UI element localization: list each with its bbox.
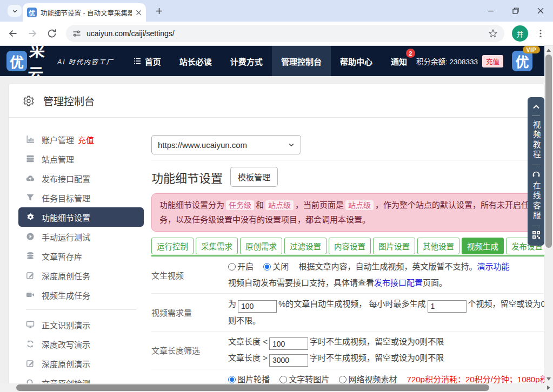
chevron-down-icon: [12, 8, 18, 14]
video-camera-icon: [26, 290, 35, 299]
horizontal-scroll-thumb[interactable]: [16, 384, 489, 391]
radio-on[interactable]: 开启: [228, 262, 254, 271]
nav-item-home[interactable]: 首页: [124, 46, 170, 76]
site-selector[interactable]: https://www.ucaiyun.com: [151, 135, 301, 154]
sidebar-item-deep-original-demo[interactable]: 深度原创演示: [18, 354, 144, 373]
sidebar: 账户管理 充值 站点管理 发布接口配置 任务目标管理 功能细节设置: [18, 130, 144, 383]
horizontal-scrollbar[interactable]: [0, 383, 544, 392]
site-logo[interactable]: 优: [6, 51, 27, 71]
radio-off-circle[interactable]: [263, 263, 271, 271]
tab-video-generation[interactable]: 视频生成: [462, 238, 504, 254]
gears-icon: [26, 213, 35, 221]
radio-text-to-image[interactable]: 文字转图片: [279, 375, 329, 383]
tab-original-demand[interactable]: 原创需求: [240, 238, 282, 254]
favicon: 优: [27, 8, 37, 17]
scroll-right-arrow[interactable]: [544, 383, 553, 392]
list-icon: [133, 57, 142, 65]
content-divider: [151, 160, 544, 160]
sidebar-item-article-buffer[interactable]: 文章暂存库: [18, 246, 144, 266]
radio-image-carousel[interactable]: 图片轮播: [228, 375, 270, 383]
nav-menu: 首页 站长必读 计费方式 管理控制台 帮助中心 通知 2: [124, 46, 416, 76]
refresh-icon: [26, 340, 35, 348]
edit-icon: [26, 359, 35, 368]
tab-collect-demand[interactable]: 采集需求: [196, 238, 238, 254]
demo-feature-link[interactable]: 演示功能: [477, 262, 509, 271]
radio-web-video-material-circle[interactable]: [339, 376, 347, 383]
form-row-text-to-video: 文生视频 开启 关闭 根据文章内容，自动生成视频，英文版暂不支持。演示功能 视频…: [151, 256, 544, 294]
sidebar-item-account[interactable]: 账户管理 充值: [18, 130, 144, 149]
online-service-button[interactable]: 在线客服: [532, 181, 540, 221]
browser-tab[interactable]: 优 功能细节设置 - 自动文章采集器: [23, 3, 146, 22]
new-tab-button[interactable]: [154, 5, 164, 16]
sidebar-item-deep-rewrite-demo[interactable]: 深度改写演示: [18, 334, 144, 354]
video-percent-input[interactable]: [238, 300, 277, 313]
chevron-down-icon: [288, 141, 295, 148]
browser-menu-icon[interactable]: [536, 29, 545, 38]
recharge-button[interactable]: 充值: [482, 55, 503, 67]
sidebar-recharge-link[interactable]: 充值: [78, 134, 94, 145]
card-header: 管理控制台: [9, 84, 544, 118]
nav-item-help[interactable]: 帮助中心: [331, 46, 382, 76]
radio-off[interactable]: 关闭: [263, 262, 289, 271]
user-avatar-wrap: 优 VIP: [512, 51, 532, 71]
site-slogan: AI 时代内容工厂: [57, 57, 114, 66]
radio-web-video-material[interactable]: 网络视频素材: [339, 375, 397, 383]
sidebar-item-originality-check[interactable]: 文章原创检测: [18, 373, 144, 383]
radio-on-circle[interactable]: [228, 263, 236, 271]
sidebar-item-content-recognition-demo[interactable]: 正文识别演示: [18, 315, 144, 334]
tab-close-icon[interactable]: [136, 10, 142, 16]
scroll-down-arrow[interactable]: [544, 375, 553, 383]
bookmark-star-icon[interactable]: [488, 29, 498, 38]
sidebar-item-sites[interactable]: 站点管理: [18, 149, 144, 168]
sidebar-item-manual-test[interactable]: 手动运行测试: [18, 227, 144, 246]
publish-api-link[interactable]: 发布接口配置: [374, 278, 423, 287]
nav-right: 积分余额: 2308333 充值 优 VIP: [416, 51, 544, 71]
reload-icon[interactable]: [46, 28, 57, 39]
sidebar-item-video-gen-task[interactable]: 视频生成任务: [18, 285, 144, 305]
min-length-input[interactable]: [269, 337, 308, 350]
radio-image-carousel-circle[interactable]: [228, 376, 236, 383]
videos-per-hour-input[interactable]: [428, 300, 467, 313]
tab-image-settings[interactable]: 图片设置: [373, 238, 415, 254]
form-row-video-material: 图片轮播 文字转图片 网络视频素材 720p积分消耗：20积分/分钟；1080p…: [151, 369, 544, 383]
scroll-up-arrow[interactable]: [544, 46, 553, 55]
restore-icon: [512, 8, 519, 14]
sidebar-item-publish-api[interactable]: 发布接口配置: [18, 168, 144, 188]
back-icon[interactable]: [8, 28, 18, 39]
close-button[interactable]: [528, 0, 553, 22]
tab-other-settings[interactable]: 其他设置: [417, 238, 459, 254]
tab-content-settings[interactable]: 内容设置: [329, 238, 371, 254]
nav-item-notifications[interactable]: 通知 2: [382, 46, 416, 76]
sidebar-item-deep-original-task[interactable]: 深度原创任务: [18, 266, 144, 285]
qr-code-icon[interactable]: [532, 231, 541, 239]
settings-heading: 功能细节设置: [151, 168, 223, 186]
vertical-scrollbar[interactable]: [544, 46, 553, 383]
sidebar-item-feature-settings[interactable]: 功能细节设置: [18, 207, 144, 227]
address-bar[interactable]: ucaiyun.com/caiji/settings/: [66, 25, 504, 42]
radio-text-to-image-circle[interactable]: [279, 376, 287, 383]
chevron-up-icon[interactable]: [532, 103, 541, 111]
tab-filter-settings[interactable]: 过滤设置: [284, 238, 327, 254]
sidebar-item-task-targets[interactable]: 任务目标管理: [18, 188, 144, 207]
tab-search-button[interactable]: [8, 5, 22, 17]
template-manage-button[interactable]: 模板管理: [230, 167, 278, 187]
form-row-video-demand: 视频需求量 为%的文章自动生成视频， 每小时最多生成个视频，留空或设为0 则不限…: [151, 294, 544, 332]
tab-run-control[interactable]: 运行控制: [151, 238, 194, 254]
page-background: 管理控制台 账户管理 充值 站点管理 发布接口配置: [0, 76, 544, 383]
server-icon: [26, 154, 35, 163]
floating-toolbar: 视频教程 在线客服: [528, 97, 544, 246]
browser-profile-avatar[interactable]: 井: [512, 25, 528, 42]
notice-banner: 功能细节设置分为任务级和站点级，当前页面是站点级，作为整个站点的默认设置，所有未…: [151, 193, 544, 232]
nav-item-pricing[interactable]: 计费方式: [221, 46, 272, 76]
forward-icon[interactable]: [27, 28, 38, 39]
close-icon: [537, 8, 544, 14]
nav-item-console[interactable]: 管理控制台: [272, 46, 331, 76]
max-length-input[interactable]: [269, 354, 308, 367]
video-tutorial-button[interactable]: 视频教程: [532, 120, 540, 160]
restore-button[interactable]: [503, 0, 528, 22]
minimize-button[interactable]: [478, 0, 503, 22]
user-avatar[interactable]: 优: [512, 51, 532, 71]
nav-item-must-read[interactable]: 站长必读: [170, 46, 221, 76]
site-settings-icon[interactable]: [72, 29, 81, 38]
vertical-scroll-thumb[interactable]: [545, 55, 552, 248]
